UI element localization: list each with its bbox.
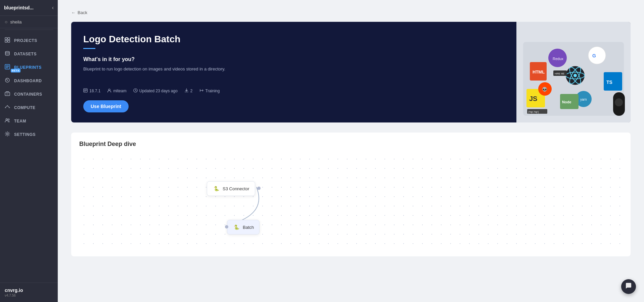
svg-rect-0 [5, 38, 7, 40]
team-icon [5, 118, 11, 124]
svg-point-4 [5, 51, 9, 53]
meta-updated-text: Updated 23 days ago [139, 89, 178, 93]
sidebar-item-datasets[interactable]: Datasets [0, 47, 58, 61]
svg-text:yarn: yarn [580, 98, 587, 101]
meta-version-text: 18.7.1 [89, 89, 100, 93]
sidebar-item-compute[interactable]: Compute [0, 101, 58, 114]
svg-text:HTML: HTML [533, 69, 545, 74]
meta-training-text: Training [205, 89, 220, 93]
user-meta-icon [107, 88, 111, 94]
meta-updated: Updated 23 days ago [133, 88, 178, 94]
blueprint-header-image: JS Redux G TS HTML [516, 22, 631, 122]
settings-label: Settings [14, 132, 36, 137]
svg-point-12 [7, 133, 8, 135]
datasets-icon [5, 51, 11, 57]
deep-dive-section: Blueprint Deep dive 🐍 S3 Connector 🐍 Bat… [71, 133, 631, 256]
cnvrg-logo: cnvrg.io [5, 288, 53, 293]
svg-rect-1 [8, 38, 10, 40]
batch-left-connector [225, 225, 228, 229]
svg-rect-3 [8, 40, 10, 42]
dashboard-icon [5, 78, 11, 84]
batch-node: 🐍 Batch [227, 220, 260, 235]
meta-user-text: mlteam [113, 89, 126, 93]
sidebar-item-projects[interactable]: Projects [0, 34, 58, 47]
deep-dive-title: Blueprint Deep dive [79, 141, 623, 148]
sidebar-nav: Projects Datasets Blueprints BETA Dashbo… [0, 31, 58, 283]
svg-text:G: G [592, 53, 596, 58]
team-label: Team [14, 119, 26, 123]
svg-point-14 [108, 89, 110, 91]
svg-text:Node: Node [562, 100, 571, 104]
s3-node-icon: 🐍 [213, 185, 220, 192]
sidebar-item-containers[interactable]: Containers [0, 88, 58, 101]
svg-text:['hip','hip']: ['hip','hip'] [528, 111, 539, 113]
sidebar: blueprintsd... ‹ ○ sheila Projects Datas… [0, 0, 58, 302]
main-content: ← Back Logo Detection Batch What's in it… [58, 0, 644, 302]
back-arrow-icon: ← [71, 10, 76, 15]
chat-icon [625, 282, 632, 291]
s3-connector-node: 🐍 S3 Connector [207, 181, 255, 196]
meta-downloads-text: 2 [190, 89, 193, 93]
sidebar-footer: cnvrg.io v4.7.56 [0, 283, 58, 302]
sidebar-item-team[interactable]: Team [0, 114, 58, 128]
containers-label: Containers [14, 92, 42, 97]
blueprint-whats-in: What's in it for you? [83, 56, 504, 62]
title-underline [83, 48, 95, 49]
back-link-text: Back [78, 10, 87, 15]
use-blueprint-button[interactable]: Use Blueprint [83, 100, 129, 112]
sticker-collage-svg: JS Redux G TS HTML [516, 22, 631, 122]
meta-version: 18.7.1 [83, 88, 100, 94]
sidebar-user: ○ sheila [0, 16, 58, 28]
compute-icon [5, 104, 11, 111]
chat-bubble-button[interactable] [621, 279, 636, 294]
sidebar-item-settings[interactable]: Settings [0, 128, 58, 141]
batch-node-label: Batch [243, 225, 254, 230]
flow-curve-svg [79, 154, 623, 248]
settings-icon [5, 131, 11, 138]
svg-text:Redux: Redux [553, 57, 563, 61]
sidebar-item-dashboard[interactable]: Dashboard [0, 74, 58, 88]
projects-icon [5, 37, 11, 44]
svg-point-27 [588, 47, 606, 64]
blueprint-description: Blueprint to run logo detection on image… [83, 66, 504, 72]
download-icon [184, 88, 189, 94]
version-text: v4.7.56 [5, 294, 53, 297]
beta-badge: BETA [11, 69, 20, 72]
svg-text:👽: 👽 [542, 87, 548, 92]
batch-node-icon: 🐍 [233, 223, 240, 231]
projects-label: Projects [14, 38, 37, 43]
sidebar-item-blueprints[interactable]: Blueprints BETA [0, 61, 58, 74]
user-icon: ○ [5, 19, 7, 24]
svg-point-38 [615, 98, 623, 106]
svg-point-10 [6, 119, 8, 120]
svg-point-7 [7, 80, 8, 81]
back-link[interactable]: ← Back [71, 10, 631, 15]
compute-label: Compute [14, 105, 36, 110]
sidebar-divider [5, 30, 53, 30]
svg-text:JS: JS [529, 95, 537, 102]
meta-training: Training [199, 88, 220, 94]
svg-text:HIRE ME: HIRE ME [555, 72, 565, 75]
svg-point-26 [573, 74, 577, 77]
datasets-label: Datasets [14, 52, 37, 56]
clock-icon [133, 88, 138, 94]
document-icon [83, 88, 88, 94]
blueprint-header-card: Logo Detection Batch What's in it for yo… [71, 22, 631, 122]
app-name: blueprintsd... [4, 5, 34, 10]
s3-right-connector [257, 187, 261, 190]
blueprint-meta: 18.7.1 mlteam Updated 23 days ago [83, 88, 504, 94]
dashboard-label: Dashboard [14, 79, 42, 83]
blueprint-content: Logo Detection Batch What's in it for yo… [71, 22, 516, 122]
blueprint-title: Logo Detection Batch [83, 34, 504, 45]
containers-icon [5, 91, 11, 98]
sidebar-close-icon[interactable]: ‹ [52, 5, 54, 11]
blueprints-icon [5, 64, 11, 71]
sidebar-header: blueprintsd... ‹ [0, 0, 58, 16]
svg-rect-2 [5, 40, 7, 42]
meta-downloads: 2 [184, 88, 193, 94]
training-icon [199, 88, 204, 94]
s3-node-label: S3 Connector [223, 186, 249, 191]
svg-text:TS: TS [606, 80, 612, 85]
meta-user: mlteam [107, 88, 126, 94]
flow-diagram: 🐍 S3 Connector 🐍 Batch [79, 154, 623, 248]
